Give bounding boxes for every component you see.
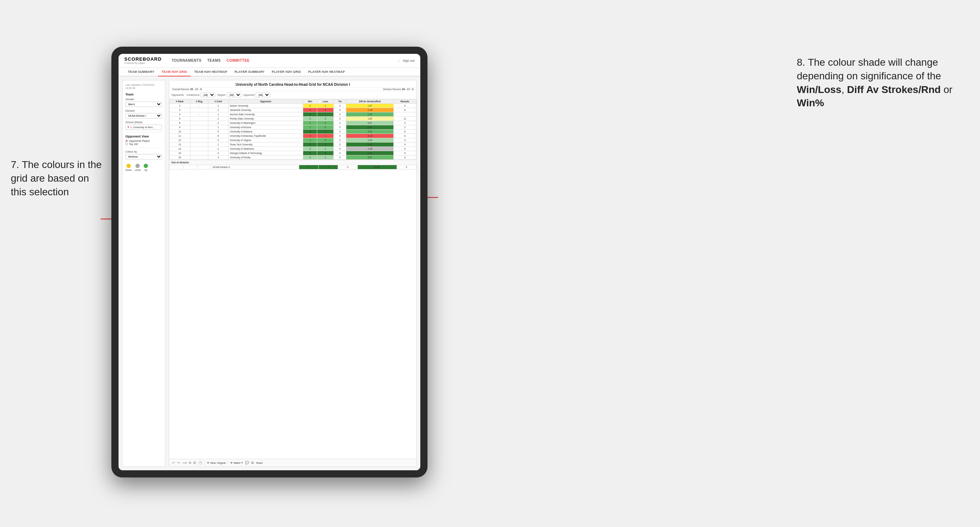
sidebar-colour-by-select[interactable]: Win/loss <box>126 154 162 159</box>
cell-loss: 0 <box>317 121 334 125</box>
sidebar-school-input[interactable]: ▼ 1. University of Nort... <box>126 125 162 130</box>
cell-rounds: 9 <box>393 103 416 108</box>
cell-loss: 1 <box>317 103 334 108</box>
sidebar-gender-select[interactable]: Men's <box>126 102 162 107</box>
od-tie: 0 <box>338 165 358 169</box>
nav-tournaments[interactable]: TOURNAMENTS <box>172 59 202 62</box>
od-diff: 26.00 <box>358 165 396 169</box>
table-row: 3 2 Vanderbilt University 0 4 0 -2.29 8 <box>170 108 416 112</box>
tab-team-h2h-grid[interactable]: TEAM H2H GRID <box>158 68 191 76</box>
cell-reg <box>190 108 208 112</box>
cell-diff: -2.29 <box>346 108 394 112</box>
table-row: 16 3 University of Florida 3 1 0 4.67 9 <box>170 155 416 159</box>
table-row: 11 6 University of Arkansas, Fayettevill… <box>170 133 416 138</box>
filter-conference-select[interactable]: (All) <box>200 93 215 97</box>
cell-win: 4 <box>303 116 317 121</box>
cell-tie: 0 <box>334 151 346 155</box>
table-wrapper: # Rank # Reg # Conf Opponent Win Loss Ti… <box>169 99 416 459</box>
main-content: Last Updated: 27/03/2024 16:55:38 Team G… <box>119 76 420 470</box>
filter-opponent-group: Opponent (All) <box>243 93 270 97</box>
cell-conf: 4 <box>208 151 228 155</box>
cell-win: 5 <box>303 151 317 155</box>
od-rank <box>170 165 184 169</box>
table-row: 2 - 1 Auburn University 2 1 0 1.67 9 <box>170 103 416 108</box>
toolbar-view-btn[interactable]: 👁 View: Original <box>207 462 226 464</box>
cell-rounds: 8 <box>393 129 416 133</box>
nav-teams[interactable]: TEAMS <box>207 59 221 62</box>
cell-win: 0 <box>303 133 317 138</box>
cell-reg <box>190 125 208 129</box>
cell-loss: 1 <box>317 146 334 151</box>
cell-reg <box>190 146 208 151</box>
cell-rounds: 9 <box>393 142 416 146</box>
overall-record-label: Overall Record: <box>172 88 190 90</box>
table-row: 4 - 1 Arizona State University 5 1 0 2.2… <box>170 112 416 116</box>
nav-links: TOURNAMENTS TEAMS COMMITTEE <box>172 59 250 62</box>
cell-tie: 0 <box>334 155 346 159</box>
toolbar-layout-icon[interactable]: ⊞ <box>193 461 196 465</box>
toolbar-share-btn[interactable]: Share <box>256 462 263 464</box>
tab-player-summary[interactable]: PLAYER SUMMARY <box>231 68 268 76</box>
tab-player-h2h-heatmap[interactable]: PLAYER H2H HEATMAP <box>305 68 348 76</box>
cell-reg <box>190 129 208 133</box>
toolbar-forward-icon[interactable]: ⟶ <box>182 461 187 465</box>
sidebar: Last Updated: 27/03/2024 16:55:38 Team G… <box>122 80 165 467</box>
sign-out-button[interactable]: Sign out <box>399 59 415 62</box>
annotation-right-text2: , <box>842 84 847 95</box>
toolbar-clock-icon[interactable]: 🕐 <box>198 461 202 465</box>
cell-loss: 0 <box>317 142 334 146</box>
cell-tie: 0 <box>334 133 346 138</box>
cell-loss: 1 <box>317 112 334 116</box>
cell-rounds: 3 <box>393 138 416 142</box>
cell-rounds: 3 <box>393 121 416 125</box>
tab-team-h2h-heatmap[interactable]: TEAM H2H HEATMAP <box>191 68 231 76</box>
filter-region-select[interactable]: (All) <box>227 93 242 97</box>
sidebar-legend-up: Up <box>144 164 148 171</box>
annotation-right-bold1: Win/Loss <box>797 84 842 95</box>
toolbar-redo-icon[interactable]: ↪ <box>177 461 180 465</box>
cell-opponent: University of Florida <box>228 155 303 159</box>
table-row: 12 3 University of Virginia 1 0 0 2.33 3 <box>170 138 416 142</box>
cell-loss: 1 <box>317 155 334 159</box>
toolbar-watch-btn[interactable]: 👁 Watch ▾ <box>230 461 243 464</box>
cell-tie: 0 <box>334 129 346 133</box>
cell-opponent: University of Virginia <box>228 138 303 142</box>
cell-win: 3 <box>303 142 317 146</box>
od-win: 1 <box>299 165 318 169</box>
cell-diff: 2.61 <box>346 129 394 133</box>
filter-opponent-select[interactable]: (All) <box>255 93 270 97</box>
cell-opponent: Texas Tech University <box>228 142 303 146</box>
sidebar-radio-opponents-played[interactable]: Opponents Played <box>126 140 162 142</box>
grid-record: Overall Record: 89 - 17 - 0 Division Rec… <box>169 87 416 91</box>
cell-rank: 2 <box>170 103 190 108</box>
sidebar-radio-top100[interactable]: Top 100 <box>126 143 162 145</box>
toolbar-share2-icon[interactable]: ⊠ <box>251 461 254 465</box>
bottom-toolbar: ↩ ↪ ⟶ ⧉ ⊞ 🕐 👁 View: Original 👁 Watch <box>169 459 416 466</box>
sidebar-division-select[interactable]: NCAA Division I <box>126 113 162 119</box>
od-rounds: 3 <box>396 165 416 169</box>
cell-rounds <box>393 112 416 116</box>
cell-tie: 0 <box>334 112 346 116</box>
nav-committee[interactable]: COMMITTEE <box>227 59 250 62</box>
toolbar-copy-icon[interactable]: ⧉ <box>189 461 191 465</box>
grid-title: University of North Carolina Head-to-Hea… <box>169 80 416 87</box>
out-of-division-table: NCAA Division II 1 0 0 26.00 3 <box>169 165 416 170</box>
tab-team-summary[interactable]: TEAM SUMMARY <box>124 68 158 76</box>
cell-rounds: 3 <box>393 133 416 138</box>
col-rank: # Rank <box>170 99 190 103</box>
cell-rank: 8 <box>170 121 190 125</box>
toolbar-undo-icon[interactable]: ↩ <box>172 461 175 465</box>
cell-reg <box>190 138 208 142</box>
cell-reg <box>190 121 208 125</box>
division-record-value: 88 - 17 - 0 <box>402 88 414 90</box>
filter-opponent-label: Opponent <box>243 94 255 96</box>
cell-opponent: Georgia Institute of Technology <box>228 151 303 155</box>
sidebar-colour-by-section: Colour by Win/loss <box>126 150 162 162</box>
toolbar-comment-icon[interactable]: 💬 <box>245 461 249 465</box>
cell-rank: 4 <box>170 112 190 116</box>
col-rounds: Rounds <box>393 99 416 103</box>
cell-tie: 0 <box>334 146 346 151</box>
logo-sub: Powered by clippd <box>124 62 162 65</box>
cell-opponent: University of Arizona <box>228 125 303 129</box>
tab-player-h2h-grid[interactable]: PLAYER H2H GRID <box>268 68 305 76</box>
